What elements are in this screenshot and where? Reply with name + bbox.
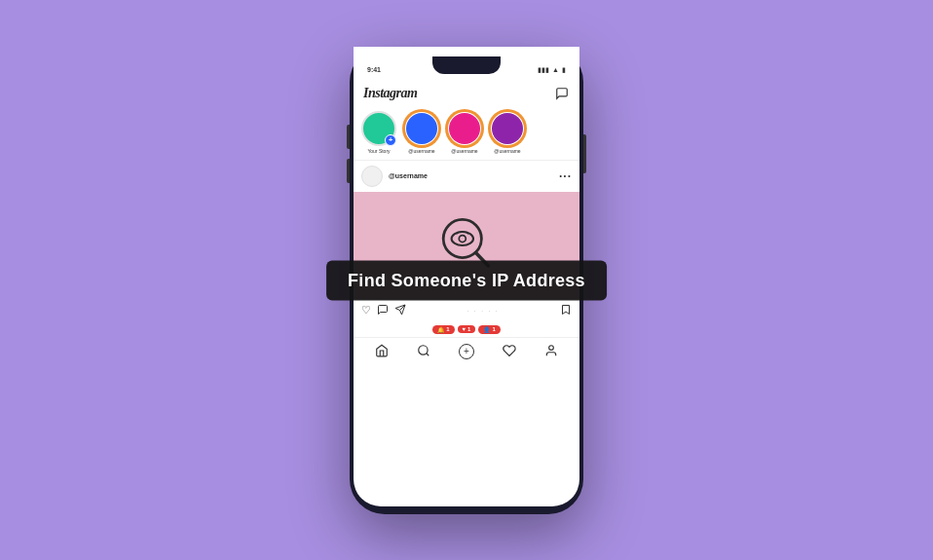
heart-icon: ♥ xyxy=(463,326,466,332)
svg-line-8 xyxy=(427,353,429,355)
bottom-nav: + xyxy=(354,337,579,366)
status-icons: ▮▮▮ ▲ ▮ xyxy=(538,66,566,74)
svg-point-1 xyxy=(452,232,473,245)
share-icon[interactable] xyxy=(394,304,406,317)
story-circle-3 xyxy=(490,111,525,146)
battery-icon: ▮ xyxy=(562,66,566,74)
followers-count: 1 xyxy=(492,326,495,332)
heart-nav-icon[interactable] xyxy=(503,344,516,360)
search-nav-icon[interactable] xyxy=(417,344,430,360)
svg-point-9 xyxy=(548,345,553,350)
scene: 9:41 ▮▮▮ ▲ ▮ Instagram xyxy=(0,0,933,560)
like-icon[interactable]: ♡ xyxy=(361,304,371,317)
likes-row: 🔔 1 ♥ 1 👤 1 xyxy=(354,322,579,337)
volume-down-button xyxy=(347,159,350,183)
profile-nav-icon[interactable] xyxy=(544,344,558,360)
story-circle-2 xyxy=(447,111,482,146)
person-icon: 👤 xyxy=(483,326,490,333)
post-actions: ♡ · · · · · xyxy=(354,299,579,322)
svg-point-2 xyxy=(459,235,466,242)
story-label-2: @username xyxy=(451,148,477,154)
post-header: @username ··· xyxy=(354,161,579,192)
followers-badge: 👤 1 xyxy=(478,325,500,334)
story-item-3[interactable]: @username xyxy=(490,111,525,154)
title-banner: Find Someone's IP Address xyxy=(326,260,607,300)
story-label-1: @username xyxy=(408,148,434,154)
wifi-icon: ▲ xyxy=(552,66,559,73)
power-button xyxy=(583,134,586,173)
likes-badge: ♥ 1 xyxy=(458,325,476,333)
your-story-label: Your Story xyxy=(367,148,390,154)
svg-point-7 xyxy=(419,345,428,354)
comment-icon[interactable] xyxy=(377,304,389,317)
story-add-icon: + xyxy=(385,134,396,146)
likes-count: 1 xyxy=(467,326,470,332)
direct-message-icon[interactable] xyxy=(554,86,570,101)
stories-row: + Your Story @username @username xyxy=(354,105,579,161)
add-nav-icon[interactable]: + xyxy=(459,344,474,359)
volume-up-button xyxy=(347,125,350,149)
svg-marker-6 xyxy=(563,305,570,314)
story-item-yours[interactable]: + Your Story xyxy=(361,111,396,154)
home-nav-icon[interactable] xyxy=(375,344,389,360)
status-time: 9:41 xyxy=(367,66,381,73)
signal-icon: ▮▮▮ xyxy=(538,66,549,74)
post-more-icon[interactable]: ··· xyxy=(559,170,572,182)
phone-notch xyxy=(432,56,501,74)
notification-count: 1 xyxy=(446,326,449,332)
story-item-1[interactable]: @username xyxy=(404,111,439,154)
dots-indicator: · · · · · xyxy=(412,308,554,314)
notification-badge: 🔔 1 xyxy=(432,325,454,334)
story-item-2[interactable]: @username xyxy=(447,111,482,154)
post-avatar xyxy=(361,166,383,187)
post-username: @username xyxy=(389,172,553,179)
instagram-logo: Instagram xyxy=(363,86,417,101)
story-label-3: @username xyxy=(494,148,520,154)
bell-icon: 🔔 xyxy=(437,326,444,333)
story-circle-1 xyxy=(404,111,439,146)
header-icons xyxy=(554,86,570,101)
bookmark-icon[interactable] xyxy=(560,304,572,317)
title-text: Find Someone's IP Address xyxy=(348,270,585,289)
instagram-header: Instagram xyxy=(354,82,579,105)
